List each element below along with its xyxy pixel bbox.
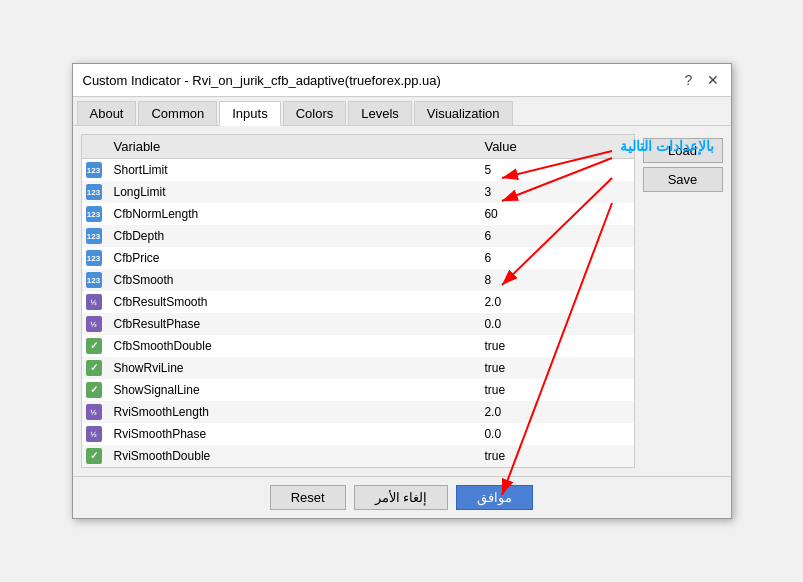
variable-value: 5 xyxy=(476,159,633,181)
table-row[interactable]: 123CfbDepth6 xyxy=(82,225,634,247)
variable-name: CfbSmoothDouble xyxy=(106,335,477,357)
float-icon: ½ xyxy=(86,404,102,420)
col-value-header: Value xyxy=(476,135,633,159)
variable-name: RviSmoothDouble xyxy=(106,445,477,467)
variable-name: ShowRviLine xyxy=(106,357,477,379)
row-icon: ½ xyxy=(82,291,106,313)
variables-table-container: Variable Value 123ShortLimit5123LongLimi… xyxy=(81,134,635,468)
row-icon: ½ xyxy=(82,401,106,423)
tab-visualization[interactable]: Visualization xyxy=(414,101,513,125)
variable-value: true xyxy=(476,357,633,379)
variable-value: 3 xyxy=(476,181,633,203)
cancel-button[interactable]: إلغاء الأمر xyxy=(354,485,449,510)
table-row[interactable]: CfbSmoothDoubletrue xyxy=(82,335,634,357)
int-icon: 123 xyxy=(86,250,102,266)
variable-name: CfbSmooth xyxy=(106,269,477,291)
int-icon: 123 xyxy=(86,162,102,178)
tab-common[interactable]: Common xyxy=(138,101,217,125)
row-icon: ½ xyxy=(82,313,106,335)
variable-value: true xyxy=(476,335,633,357)
footer: Reset إلغاء الأمر موافق xyxy=(73,476,731,518)
tab-bar: About Common Inputs Colors Levels Visual… xyxy=(73,97,731,126)
help-button[interactable]: ? xyxy=(681,72,697,88)
row-icon xyxy=(82,357,106,379)
float-icon: ½ xyxy=(86,426,102,442)
variable-name: CfbDepth xyxy=(106,225,477,247)
table-row[interactable]: 123CfbNormLength60 xyxy=(82,203,634,225)
col-variable-header: Variable xyxy=(106,135,477,159)
variable-value: 0.0 xyxy=(476,423,633,445)
row-icon: 123 xyxy=(82,159,106,181)
row-icon: 123 xyxy=(82,247,106,269)
sidebar-buttons: Load Save xyxy=(643,134,723,468)
variable-value: 2.0 xyxy=(476,291,633,313)
table-row[interactable]: ½RviSmoothPhase0.0 xyxy=(82,423,634,445)
variable-name: ShortLimit xyxy=(106,159,477,181)
title-bar: Custom Indicator - Rvi_on_jurik_cfb_adap… xyxy=(73,64,731,97)
tab-inputs[interactable]: Inputs xyxy=(219,101,280,126)
bool-icon xyxy=(86,382,102,398)
col-icon-header xyxy=(82,135,106,159)
variable-value: 8 xyxy=(476,269,633,291)
variable-value: 6 xyxy=(476,225,633,247)
row-icon: 123 xyxy=(82,225,106,247)
variable-name: CfbResultSmooth xyxy=(106,291,477,313)
float-icon: ½ xyxy=(86,316,102,332)
int-icon: 123 xyxy=(86,206,102,222)
tab-about[interactable]: About xyxy=(77,101,137,125)
row-icon xyxy=(82,445,106,467)
variables-table: Variable Value 123ShortLimit5123LongLimi… xyxy=(82,135,634,467)
table-row[interactable]: ½CfbResultPhase0.0 xyxy=(82,313,634,335)
variable-value: true xyxy=(476,379,633,401)
bool-icon xyxy=(86,360,102,376)
int-icon: 123 xyxy=(86,184,102,200)
table-row[interactable]: 123CfbPrice6 xyxy=(82,247,634,269)
table-row[interactable]: 123CfbSmooth8 xyxy=(82,269,634,291)
load-button[interactable]: Load xyxy=(643,138,723,163)
variable-name: RviSmoothLength xyxy=(106,401,477,423)
table-row[interactable]: ½CfbResultSmooth2.0 xyxy=(82,291,634,313)
dialog: Custom Indicator - Rvi_on_jurik_cfb_adap… xyxy=(72,63,732,519)
variable-name: CfbResultPhase xyxy=(106,313,477,335)
table-row[interactable]: RviSmoothDoubletrue xyxy=(82,445,634,467)
variable-value: 60 xyxy=(476,203,633,225)
float-icon: ½ xyxy=(86,294,102,310)
variable-name: ShowSignalLine xyxy=(106,379,477,401)
row-icon xyxy=(82,335,106,357)
ok-button[interactable]: موافق xyxy=(456,485,533,510)
table-row[interactable]: ½RviSmoothLength2.0 xyxy=(82,401,634,423)
close-button[interactable]: ✕ xyxy=(705,72,721,88)
row-icon: 123 xyxy=(82,181,106,203)
bool-icon xyxy=(86,448,102,464)
variable-name: LongLimit xyxy=(106,181,477,203)
dialog-title: Custom Indicator - Rvi_on_jurik_cfb_adap… xyxy=(83,73,441,88)
row-icon: 123 xyxy=(82,203,106,225)
save-button[interactable]: Save xyxy=(643,167,723,192)
table-row[interactable]: ShowSignalLinetrue xyxy=(82,379,634,401)
main-content: Variable Value 123ShortLimit5123LongLimi… xyxy=(73,126,731,476)
reset-button[interactable]: Reset xyxy=(270,485,346,510)
variable-name: RviSmoothPhase xyxy=(106,423,477,445)
int-icon: 123 xyxy=(86,228,102,244)
variable-name: CfbPrice xyxy=(106,247,477,269)
row-icon: ½ xyxy=(82,423,106,445)
table-row[interactable]: 123ShortLimit5 xyxy=(82,159,634,181)
row-icon: 123 xyxy=(82,269,106,291)
variable-name: CfbNormLength xyxy=(106,203,477,225)
variable-value: 0.0 xyxy=(476,313,633,335)
int-icon: 123 xyxy=(86,272,102,288)
variable-value: 2.0 xyxy=(476,401,633,423)
variable-value: 6 xyxy=(476,247,633,269)
tab-levels[interactable]: Levels xyxy=(348,101,412,125)
variable-value: true xyxy=(476,445,633,467)
row-icon xyxy=(82,379,106,401)
bool-icon xyxy=(86,338,102,354)
title-bar-icons: ? ✕ xyxy=(681,72,721,88)
table-row[interactable]: 123LongLimit3 xyxy=(82,181,634,203)
table-row[interactable]: ShowRviLinetrue xyxy=(82,357,634,379)
tab-colors[interactable]: Colors xyxy=(283,101,347,125)
